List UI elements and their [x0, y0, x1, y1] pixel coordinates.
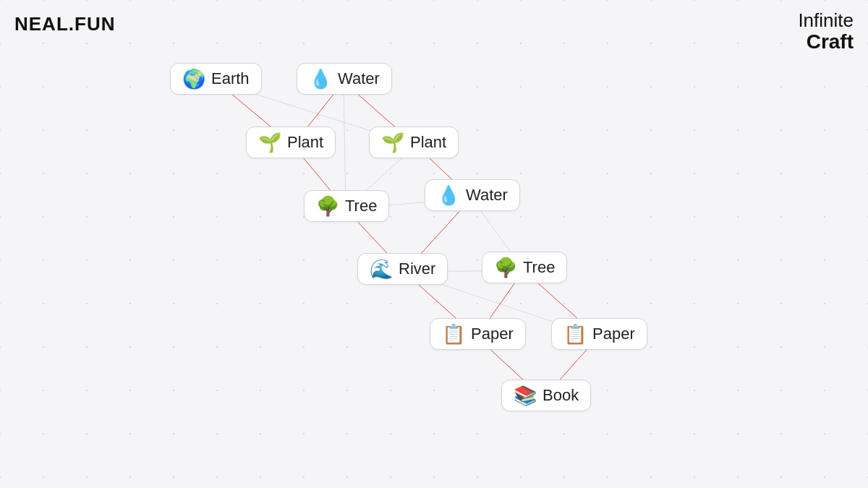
node-icon-plant2: 🌱 — [381, 133, 404, 152]
node-icon-water2: 💧 — [437, 186, 460, 205]
node-label-earth1: Earth — [211, 69, 250, 88]
logo-infinite: Infinite Craft — [798, 10, 854, 53]
node-label-river1: River — [399, 260, 435, 278]
node-label-plant2: Plant — [410, 133, 446, 152]
node-paper2[interactable]: 📋Paper — [551, 318, 647, 350]
connections-svg — [0, 0, 868, 488]
node-icon-tree1: 🌳 — [316, 197, 339, 215]
node-icon-paper1: 📋 — [442, 325, 465, 343]
node-label-book1: Book — [542, 386, 579, 405]
node-label-water2: Water — [466, 186, 508, 205]
node-label-paper2: Paper — [592, 325, 635, 343]
node-plant2[interactable]: 🌱Plant — [369, 127, 459, 158]
node-tree2[interactable]: 🌳Tree — [482, 252, 567, 283]
node-label-water1: Water — [338, 69, 380, 88]
node-icon-paper2: 📋 — [563, 325, 587, 343]
node-label-tree2: Tree — [523, 258, 555, 277]
node-earth1[interactable]: 🌍Earth — [170, 63, 262, 95]
node-icon-water1: 💧 — [309, 69, 332, 88]
node-icon-earth1: 🌍 — [182, 69, 205, 88]
node-tree1[interactable]: 🌳Tree — [304, 190, 389, 222]
node-book1[interactable]: 📚Book — [501, 380, 591, 411]
node-label-tree1: Tree — [345, 197, 377, 215]
node-icon-tree2: 🌳 — [494, 258, 517, 277]
node-water1[interactable]: 💧Water — [297, 63, 392, 95]
node-icon-plant1: 🌱 — [258, 133, 281, 152]
node-water2[interactable]: 💧Water — [425, 179, 520, 211]
logo-neal: NEAL.FUN — [14, 13, 115, 35]
node-paper1[interactable]: 📋Paper — [430, 318, 526, 350]
node-icon-book1: 📚 — [514, 386, 537, 405]
node-label-plant1: Plant — [287, 133, 323, 152]
node-label-paper1: Paper — [471, 325, 514, 343]
node-river1[interactable]: 🌊River — [357, 253, 448, 285]
node-icon-river1: 🌊 — [370, 260, 393, 278]
node-plant1[interactable]: 🌱Plant — [246, 127, 336, 158]
